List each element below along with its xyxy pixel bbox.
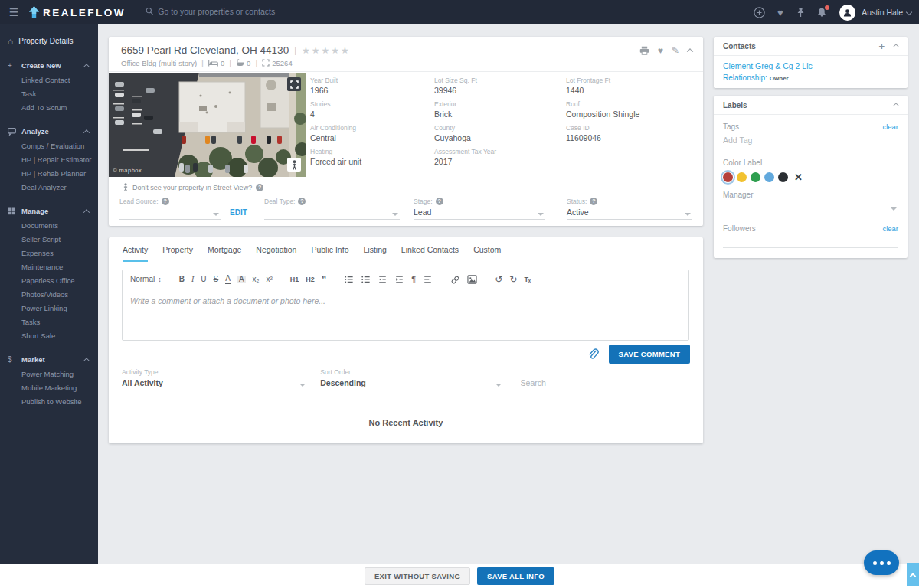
heading2-button[interactable]: H2 (306, 276, 315, 283)
color-dot-yellow[interactable] (737, 172, 747, 182)
user-name[interactable]: Austin Hale (862, 8, 903, 17)
sidebar-item-documents[interactable]: Documents (0, 218, 98, 232)
status-selector[interactable]: Status:? Active (567, 198, 695, 220)
save-all-info-button[interactable]: SAVE ALL INFO (477, 567, 554, 585)
sidebar-item-paperless-office[interactable]: Paperless Office (0, 273, 98, 287)
chevron-down-icon[interactable] (906, 9, 912, 15)
sidebar-item-expenses[interactable]: Expenses (0, 246, 98, 260)
scroll-to-top-button[interactable] (907, 564, 919, 586)
sidebar-item-task[interactable]: Task (0, 87, 98, 100)
sidebar-section-header-create-new[interactable]: + Create New (0, 58, 98, 73)
add-tag-input[interactable] (723, 131, 898, 149)
sidebar-item-hp-rehab-planner[interactable]: HP | Rehab Planner (0, 166, 98, 180)
sidebar-item-mobile-marketing[interactable]: Mobile Marketing (0, 381, 98, 394)
lead-source-selector[interactable]: Lead Source:? (119, 198, 227, 220)
activity-type-filter[interactable]: Activity Type: All Activity (122, 368, 307, 390)
sidebar-item-comps-evaluation[interactable]: Comps / Evaluation (0, 139, 98, 152)
align-button[interactable] (423, 275, 433, 284)
add-new-icon[interactable] (749, 0, 770, 24)
sidebar-item-tasks[interactable]: Tasks (0, 315, 98, 328)
collapse-contacts-icon[interactable] (893, 44, 899, 50)
sidebar-item-maintenance[interactable]: Maintenance (0, 260, 98, 273)
collapse-card-icon[interactable] (687, 48, 693, 54)
activity-search-input[interactable] (521, 378, 689, 390)
chat-widget-button[interactable] (864, 550, 899, 575)
notifications-bell-icon[interactable] (811, 0, 832, 24)
bold-button[interactable]: B (179, 276, 185, 283)
pin-icon[interactable] (790, 0, 811, 24)
satellite-map[interactable]: © mapbox (109, 73, 306, 177)
comment-input[interactable]: Write a comment or attach a document or … (123, 289, 688, 340)
sidebar-item-add-to-scrum[interactable]: Add To Scrum (0, 100, 98, 114)
help-icon[interactable]: ? (298, 198, 306, 205)
attach-paperclip-icon[interactable] (587, 348, 600, 361)
sidebar-item-photos-videos[interactable]: Photos/Videos (0, 287, 98, 301)
global-search[interactable] (146, 7, 343, 18)
sidebar-section-header-manage[interactable]: Manage (0, 204, 98, 218)
ordered-list-button[interactable] (344, 275, 354, 284)
help-icon[interactable]: ? (162, 198, 169, 205)
tab-activity[interactable]: Activity (123, 245, 148, 262)
star-rating[interactable]: ★★★★★ (302, 45, 351, 56)
sidebar-item-short-sale[interactable]: Short Sale (0, 328, 98, 342)
clear-tags-link[interactable]: clear (882, 122, 898, 131)
add-contact-icon[interactable]: + (878, 41, 885, 51)
sidebar-section-header-market[interactable]: $ Market (0, 352, 98, 367)
tab-linked-contacts[interactable]: Linked Contacts (401, 245, 459, 262)
street-view-pegman-button[interactable] (287, 158, 301, 172)
sidebar-item-deal-analyzer[interactable]: Deal Analyzer (0, 180, 98, 194)
sort-order-filter[interactable]: Sort Order: Descending (320, 368, 502, 390)
superscript-button[interactable]: x² (266, 276, 272, 283)
outdent-button[interactable] (378, 275, 388, 284)
subscript-button[interactable]: x₂ (253, 276, 260, 283)
sidebar-item-property-details[interactable]: ⌂ Property Details (0, 24, 98, 48)
save-comment-button[interactable]: SAVE COMMENT (609, 345, 690, 364)
bullet-list-button[interactable] (361, 275, 371, 284)
contact-name-link[interactable]: Clement Greg & Cg 2 Llc (723, 61, 898, 70)
manager-dropdown[interactable] (723, 202, 898, 214)
edit-lead-source-link[interactable]: EDIT (230, 208, 247, 217)
tab-property[interactable]: Property (162, 245, 193, 262)
insert-image-button[interactable] (467, 275, 477, 284)
heading1-button[interactable]: H1 (290, 276, 299, 283)
color-dot-red[interactable] (723, 172, 733, 182)
collapse-labels-icon[interactable] (893, 103, 899, 109)
global-search-input[interactable] (158, 7, 343, 16)
sidebar-section-header-analyze[interactable]: Analyze (0, 124, 98, 139)
text-color-button[interactable]: A (225, 275, 231, 284)
clear-formatting-button[interactable]: Tₓ (524, 276, 531, 283)
deal-type-selector[interactable]: Deal Type:? (264, 198, 402, 220)
help-icon[interactable]: ? (256, 184, 263, 191)
tab-negotiation[interactable]: Negotiation (256, 245, 296, 262)
highlight-button[interactable]: A (237, 276, 246, 283)
sidebar-item-linked-contact[interactable]: Linked Contact (0, 73, 98, 87)
sidebar-item-publish-to-website[interactable]: Publish to Website (0, 394, 98, 408)
realeflow-logo[interactable]: REALEFLOW (29, 6, 126, 18)
sidebar-item-power-matching[interactable]: Power Matching (0, 367, 98, 381)
exit-without-saving-button[interactable]: EXIT WITHOUT SAVING (365, 567, 470, 585)
format-dropdown[interactable]: Normal ↕ (130, 276, 162, 283)
color-dot-green[interactable] (751, 172, 760, 182)
underline-button[interactable]: U (201, 276, 206, 283)
undo-icon[interactable]: ↺ (495, 275, 502, 284)
link-button[interactable] (450, 275, 460, 285)
hamburger-menu-icon[interactable]: ☰ (0, 0, 28, 24)
edit-pencil-icon[interactable]: ✎ (672, 45, 679, 56)
help-icon[interactable]: ? (590, 198, 597, 205)
strikethrough-button[interactable]: S (214, 276, 219, 283)
print-icon[interactable] (639, 46, 649, 55)
followers-field[interactable] (723, 236, 898, 248)
redo-icon[interactable]: ↻ (509, 275, 517, 284)
avatar[interactable] (839, 5, 855, 21)
sidebar-item-seller-script[interactable]: Seller Script (0, 232, 98, 246)
help-icon[interactable]: ? (436, 198, 443, 205)
tab-custom[interactable]: Custom (473, 245, 501, 262)
sidebar-item-hp-repair-estimator[interactable]: HP | Repair Estimator (0, 152, 98, 166)
tab-mortgage[interactable]: Mortgage (208, 245, 241, 262)
text-direction-button[interactable]: ¶ (411, 276, 416, 284)
favorite-heart-icon[interactable]: ♥ (658, 45, 663, 56)
color-dot-black[interactable] (778, 172, 788, 182)
tab-public-info[interactable]: Public Info (311, 245, 348, 262)
clear-followers-link[interactable]: clear (882, 224, 898, 233)
favorites-heart-icon[interactable]: ♥ (770, 0, 790, 24)
